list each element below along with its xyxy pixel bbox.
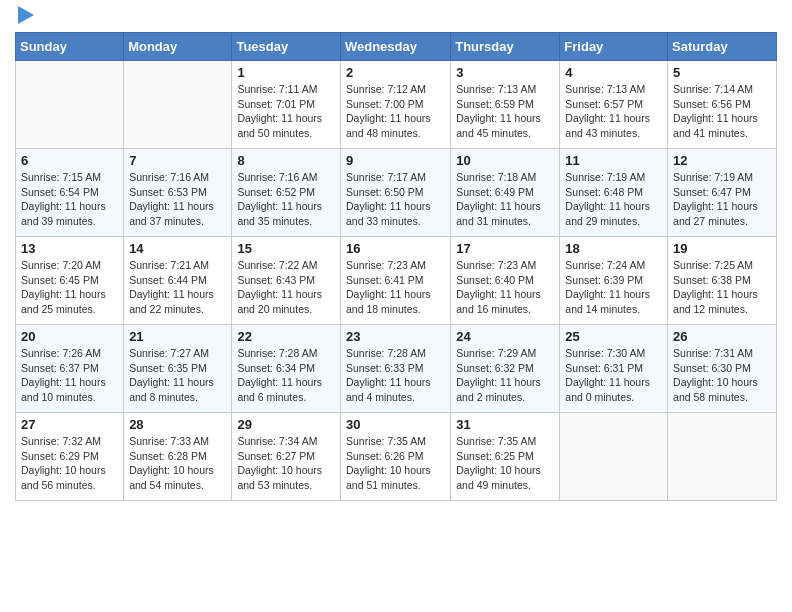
- day-number: 11: [565, 153, 662, 168]
- calendar-cell: [124, 61, 232, 149]
- calendar-cell: [560, 413, 668, 501]
- day-number: 14: [129, 241, 226, 256]
- calendar-cell: 28Sunrise: 7:33 AMSunset: 6:28 PMDayligh…: [124, 413, 232, 501]
- day-number: 27: [21, 417, 118, 432]
- col-header-wednesday: Wednesday: [340, 33, 450, 61]
- day-info: Sunrise: 7:28 AMSunset: 6:34 PMDaylight:…: [237, 346, 335, 405]
- day-number: 15: [237, 241, 335, 256]
- day-info: Sunrise: 7:17 AMSunset: 6:50 PMDaylight:…: [346, 170, 445, 229]
- day-number: 18: [565, 241, 662, 256]
- day-number: 22: [237, 329, 335, 344]
- calendar-cell: 10Sunrise: 7:18 AMSunset: 6:49 PMDayligh…: [451, 149, 560, 237]
- day-number: 16: [346, 241, 445, 256]
- day-number: 30: [346, 417, 445, 432]
- day-info: Sunrise: 7:26 AMSunset: 6:37 PMDaylight:…: [21, 346, 118, 405]
- day-number: 9: [346, 153, 445, 168]
- calendar-cell: 21Sunrise: 7:27 AMSunset: 6:35 PMDayligh…: [124, 325, 232, 413]
- col-header-thursday: Thursday: [451, 33, 560, 61]
- col-header-tuesday: Tuesday: [232, 33, 341, 61]
- day-info: Sunrise: 7:24 AMSunset: 6:39 PMDaylight:…: [565, 258, 662, 317]
- day-info: Sunrise: 7:34 AMSunset: 6:27 PMDaylight:…: [237, 434, 335, 493]
- day-number: 12: [673, 153, 771, 168]
- day-number: 20: [21, 329, 118, 344]
- day-info: Sunrise: 7:32 AMSunset: 6:29 PMDaylight:…: [21, 434, 118, 493]
- day-number: 17: [456, 241, 554, 256]
- calendar-cell: 20Sunrise: 7:26 AMSunset: 6:37 PMDayligh…: [16, 325, 124, 413]
- day-info: Sunrise: 7:20 AMSunset: 6:45 PMDaylight:…: [21, 258, 118, 317]
- calendar-cell: 7Sunrise: 7:16 AMSunset: 6:53 PMDaylight…: [124, 149, 232, 237]
- calendar-cell: [668, 413, 777, 501]
- calendar-table: SundayMondayTuesdayWednesdayThursdayFrid…: [15, 32, 777, 501]
- day-number: 23: [346, 329, 445, 344]
- day-info: Sunrise: 7:30 AMSunset: 6:31 PMDaylight:…: [565, 346, 662, 405]
- day-number: 25: [565, 329, 662, 344]
- calendar-cell: [16, 61, 124, 149]
- day-info: Sunrise: 7:19 AMSunset: 6:48 PMDaylight:…: [565, 170, 662, 229]
- calendar-cell: 26Sunrise: 7:31 AMSunset: 6:30 PMDayligh…: [668, 325, 777, 413]
- calendar-cell: 17Sunrise: 7:23 AMSunset: 6:40 PMDayligh…: [451, 237, 560, 325]
- calendar-cell: 19Sunrise: 7:25 AMSunset: 6:38 PMDayligh…: [668, 237, 777, 325]
- calendar-cell: 22Sunrise: 7:28 AMSunset: 6:34 PMDayligh…: [232, 325, 341, 413]
- calendar-cell: 12Sunrise: 7:19 AMSunset: 6:47 PMDayligh…: [668, 149, 777, 237]
- calendar-cell: 2Sunrise: 7:12 AMSunset: 7:00 PMDaylight…: [340, 61, 450, 149]
- calendar-cell: 11Sunrise: 7:19 AMSunset: 6:48 PMDayligh…: [560, 149, 668, 237]
- calendar-cell: 14Sunrise: 7:21 AMSunset: 6:44 PMDayligh…: [124, 237, 232, 325]
- day-number: 29: [237, 417, 335, 432]
- day-info: Sunrise: 7:25 AMSunset: 6:38 PMDaylight:…: [673, 258, 771, 317]
- calendar-cell: 6Sunrise: 7:15 AMSunset: 6:54 PMDaylight…: [16, 149, 124, 237]
- day-number: 6: [21, 153, 118, 168]
- day-number: 21: [129, 329, 226, 344]
- day-number: 26: [673, 329, 771, 344]
- day-number: 13: [21, 241, 118, 256]
- day-number: 2: [346, 65, 445, 80]
- calendar-cell: 27Sunrise: 7:32 AMSunset: 6:29 PMDayligh…: [16, 413, 124, 501]
- col-header-friday: Friday: [560, 33, 668, 61]
- calendar-cell: 13Sunrise: 7:20 AMSunset: 6:45 PMDayligh…: [16, 237, 124, 325]
- day-number: 4: [565, 65, 662, 80]
- day-number: 5: [673, 65, 771, 80]
- day-number: 10: [456, 153, 554, 168]
- day-info: Sunrise: 7:22 AMSunset: 6:43 PMDaylight:…: [237, 258, 335, 317]
- day-number: 1: [237, 65, 335, 80]
- day-info: Sunrise: 7:19 AMSunset: 6:47 PMDaylight:…: [673, 170, 771, 229]
- logo: [15, 10, 34, 24]
- calendar-cell: 30Sunrise: 7:35 AMSunset: 6:26 PMDayligh…: [340, 413, 450, 501]
- day-info: Sunrise: 7:23 AMSunset: 6:40 PMDaylight:…: [456, 258, 554, 317]
- calendar-cell: 3Sunrise: 7:13 AMSunset: 6:59 PMDaylight…: [451, 61, 560, 149]
- calendar-cell: 15Sunrise: 7:22 AMSunset: 6:43 PMDayligh…: [232, 237, 341, 325]
- day-number: 8: [237, 153, 335, 168]
- day-info: Sunrise: 7:14 AMSunset: 6:56 PMDaylight:…: [673, 82, 771, 141]
- day-info: Sunrise: 7:13 AMSunset: 6:57 PMDaylight:…: [565, 82, 662, 141]
- calendar-cell: 24Sunrise: 7:29 AMSunset: 6:32 PMDayligh…: [451, 325, 560, 413]
- day-info: Sunrise: 7:16 AMSunset: 6:53 PMDaylight:…: [129, 170, 226, 229]
- day-info: Sunrise: 7:33 AMSunset: 6:28 PMDaylight:…: [129, 434, 226, 493]
- day-info: Sunrise: 7:31 AMSunset: 6:30 PMDaylight:…: [673, 346, 771, 405]
- calendar-cell: 1Sunrise: 7:11 AMSunset: 7:01 PMDaylight…: [232, 61, 341, 149]
- calendar-cell: 16Sunrise: 7:23 AMSunset: 6:41 PMDayligh…: [340, 237, 450, 325]
- day-number: 28: [129, 417, 226, 432]
- calendar-cell: 18Sunrise: 7:24 AMSunset: 6:39 PMDayligh…: [560, 237, 668, 325]
- calendar-cell: 5Sunrise: 7:14 AMSunset: 6:56 PMDaylight…: [668, 61, 777, 149]
- day-info: Sunrise: 7:16 AMSunset: 6:52 PMDaylight:…: [237, 170, 335, 229]
- day-info: Sunrise: 7:21 AMSunset: 6:44 PMDaylight:…: [129, 258, 226, 317]
- day-info: Sunrise: 7:11 AMSunset: 7:01 PMDaylight:…: [237, 82, 335, 141]
- day-number: 31: [456, 417, 554, 432]
- day-number: 19: [673, 241, 771, 256]
- calendar-cell: 23Sunrise: 7:28 AMSunset: 6:33 PMDayligh…: [340, 325, 450, 413]
- calendar-cell: 9Sunrise: 7:17 AMSunset: 6:50 PMDaylight…: [340, 149, 450, 237]
- col-header-sunday: Sunday: [16, 33, 124, 61]
- day-info: Sunrise: 7:29 AMSunset: 6:32 PMDaylight:…: [456, 346, 554, 405]
- day-number: 7: [129, 153, 226, 168]
- day-info: Sunrise: 7:27 AMSunset: 6:35 PMDaylight:…: [129, 346, 226, 405]
- calendar-cell: 29Sunrise: 7:34 AMSunset: 6:27 PMDayligh…: [232, 413, 341, 501]
- day-info: Sunrise: 7:13 AMSunset: 6:59 PMDaylight:…: [456, 82, 554, 141]
- calendar-cell: 31Sunrise: 7:35 AMSunset: 6:25 PMDayligh…: [451, 413, 560, 501]
- day-info: Sunrise: 7:12 AMSunset: 7:00 PMDaylight:…: [346, 82, 445, 141]
- page-header: [15, 10, 777, 24]
- day-info: Sunrise: 7:28 AMSunset: 6:33 PMDaylight:…: [346, 346, 445, 405]
- day-info: Sunrise: 7:35 AMSunset: 6:25 PMDaylight:…: [456, 434, 554, 493]
- calendar-cell: 8Sunrise: 7:16 AMSunset: 6:52 PMDaylight…: [232, 149, 341, 237]
- day-info: Sunrise: 7:35 AMSunset: 6:26 PMDaylight:…: [346, 434, 445, 493]
- col-header-monday: Monday: [124, 33, 232, 61]
- day-info: Sunrise: 7:15 AMSunset: 6:54 PMDaylight:…: [21, 170, 118, 229]
